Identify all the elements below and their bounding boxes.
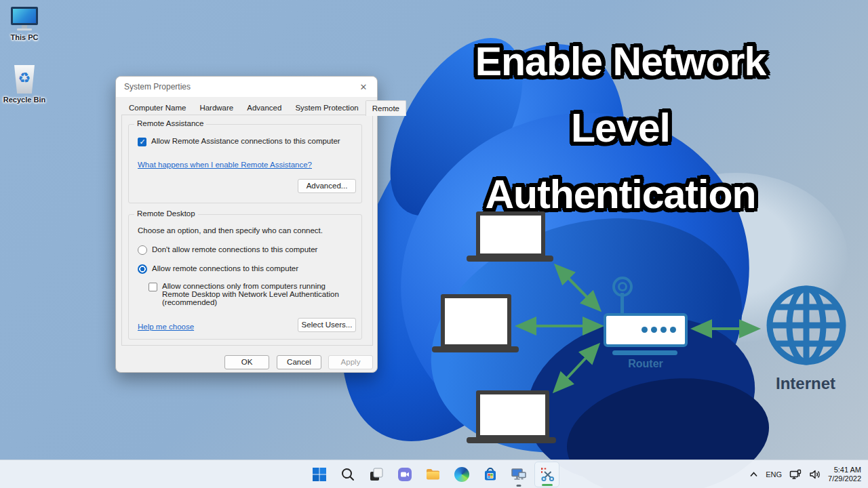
dialog-title: System Properties bbox=[124, 82, 191, 92]
network-arrows bbox=[407, 203, 787, 420]
tab-remote[interactable]: Remote bbox=[366, 100, 406, 116]
help-me-choose-link[interactable]: Help me choose bbox=[138, 323, 194, 331]
close-icon[interactable]: ✕ bbox=[358, 81, 369, 92]
internet-globe-icon bbox=[761, 279, 852, 374]
remote-desktop-group: Remote Desktop Choose an option, and the… bbox=[128, 214, 362, 340]
router-led bbox=[651, 327, 657, 333]
search-button[interactable] bbox=[335, 462, 360, 487]
apply-button: Apply bbox=[328, 355, 373, 369]
group-label: Remote Assistance bbox=[134, 119, 206, 127]
tray-chevron-up-button[interactable] bbox=[749, 471, 758, 478]
router-led bbox=[642, 327, 648, 333]
taskbar: ENG 5:41 AM 7/29/2022 bbox=[0, 460, 868, 488]
tab-computer-name[interactable]: Computer Name bbox=[122, 100, 193, 115]
volume-tray-button[interactable] bbox=[809, 469, 821, 480]
remote-assistance-checkbox-row[interactable]: Allow Remote Assistance connections to t… bbox=[138, 137, 340, 146]
clock[interactable]: 5:41 AM 7/29/2022 bbox=[828, 466, 861, 484]
search-icon bbox=[340, 467, 355, 482]
radio-dont-allow-row[interactable]: Don't allow remote connections to this c… bbox=[138, 245, 317, 255]
store-icon bbox=[483, 467, 498, 482]
remote-assistance-group: Remote Assistance Allow Remote Assistanc… bbox=[128, 124, 362, 203]
radio-unselected-icon[interactable] bbox=[138, 245, 147, 255]
router-antenna-signal bbox=[618, 282, 627, 291]
dialog-titlebar[interactable]: System Properties ✕ bbox=[116, 77, 377, 97]
select-users-button[interactable]: Select Users... bbox=[298, 318, 356, 332]
volume-icon bbox=[809, 469, 821, 480]
router-base bbox=[612, 350, 677, 355]
windows-logo-icon bbox=[312, 467, 327, 482]
tray-time: 5:41 AM bbox=[828, 466, 861, 475]
file-explorer-button[interactable] bbox=[420, 462, 446, 487]
store-button[interactable] bbox=[477, 462, 502, 487]
snipping-tool-button[interactable] bbox=[534, 462, 559, 487]
this-pc-icon bbox=[11, 7, 38, 31]
radio-allow-row[interactable]: Allow remote connections to this compute… bbox=[138, 264, 298, 274]
desktop-icon-recycle-bin[interactable]: ♻ Recycle Bin bbox=[3, 65, 46, 104]
router-antenna bbox=[620, 293, 624, 314]
snipping-tool-icon bbox=[539, 466, 555, 483]
laptop-base bbox=[467, 437, 556, 443]
arrow-laptop1-router bbox=[557, 266, 599, 309]
chevron-up-icon bbox=[749, 471, 758, 478]
remote-desktop-app-button[interactable] bbox=[506, 462, 531, 487]
remote-desktop-description: Choose an option, and then specify who c… bbox=[138, 226, 323, 235]
recycle-glyph: ♻ bbox=[18, 71, 31, 85]
ok-button[interactable]: OK bbox=[224, 355, 269, 369]
cancel-button[interactable]: Cancel bbox=[277, 355, 321, 369]
remote-assistance-help-link[interactable]: What happens when I enable Remote Assist… bbox=[138, 161, 312, 169]
radio-selected-icon[interactable] bbox=[138, 264, 147, 274]
advanced-button[interactable]: Advanced... bbox=[298, 179, 356, 193]
dialog-tabs: Computer Name Hardware Advanced System P… bbox=[122, 100, 406, 115]
file-explorer-icon bbox=[425, 467, 441, 482]
router-led bbox=[660, 327, 667, 333]
recycle-bin-icon: ♻ bbox=[13, 65, 36, 94]
router-label: Router bbox=[620, 358, 671, 370]
edge-icon bbox=[454, 467, 469, 482]
desktop: This PC ♻ Recycle Bin Enable Network Lev… bbox=[0, 0, 868, 488]
chat-button[interactable] bbox=[392, 462, 417, 487]
video-title-overlay: Enable Network Level Authentication bbox=[407, 28, 834, 228]
tray-date: 7/29/2022 bbox=[828, 474, 861, 484]
edge-button[interactable] bbox=[449, 462, 474, 487]
remote-desktop-icon bbox=[511, 467, 527, 482]
desktop-icon-this-pc[interactable]: This PC bbox=[3, 7, 46, 41]
arrow-laptop3-router bbox=[555, 346, 597, 390]
task-view-icon bbox=[369, 467, 384, 482]
nla-checkbox-label: Allow connections only from computers ru… bbox=[162, 282, 351, 306]
radio-label: Don't allow remote connections to this c… bbox=[152, 245, 317, 253]
network-tray-button[interactable] bbox=[789, 469, 802, 480]
desktop-icon-label: Recycle Bin bbox=[3, 96, 46, 104]
internet-label: Internet bbox=[760, 374, 852, 393]
desktop-icon-label: This PC bbox=[3, 33, 46, 41]
checkbox-unchecked-icon[interactable] bbox=[149, 283, 157, 291]
system-properties-dialog: System Properties ✕ Computer Name Hardwa… bbox=[115, 76, 378, 373]
start-button[interactable] bbox=[307, 462, 332, 487]
radio-label: Allow remote connections to this compute… bbox=[152, 264, 298, 272]
tab-hardware[interactable]: Hardware bbox=[193, 100, 240, 115]
tab-system-protection[interactable]: System Protection bbox=[288, 100, 365, 115]
network-icon bbox=[789, 469, 802, 480]
nla-checkbox-row[interactable]: Allow connections only from computers ru… bbox=[149, 282, 351, 306]
checkbox-checked-icon[interactable] bbox=[138, 138, 146, 146]
language-indicator[interactable]: ENG bbox=[766, 470, 782, 479]
title-line-2: Level bbox=[407, 95, 834, 161]
task-view-button[interactable] bbox=[363, 462, 389, 487]
tab-advanced[interactable]: Advanced bbox=[240, 100, 288, 115]
chat-icon bbox=[397, 467, 412, 482]
running-indicator bbox=[516, 485, 521, 487]
active-running-indicator bbox=[542, 484, 553, 486]
router-led bbox=[670, 327, 676, 333]
checkbox-label: Allow Remote Assistance connections to t… bbox=[151, 137, 340, 145]
title-line-1: Enable Network bbox=[407, 28, 834, 95]
group-label: Remote Desktop bbox=[134, 209, 198, 218]
